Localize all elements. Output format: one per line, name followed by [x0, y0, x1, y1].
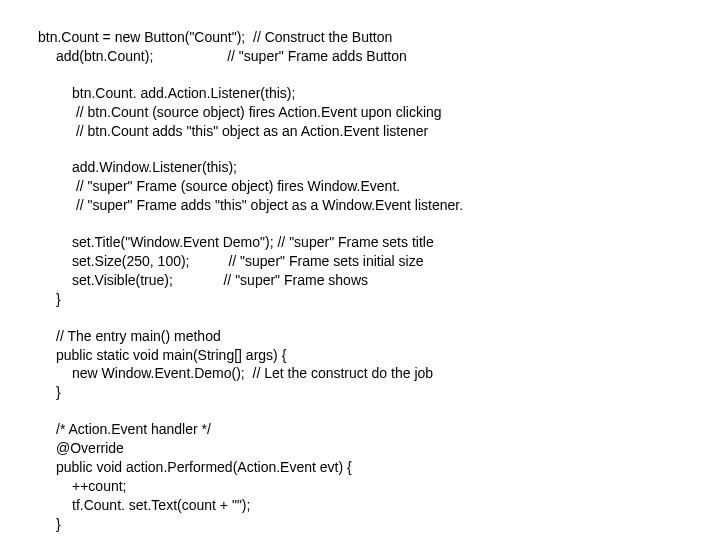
code-page: btn.Count = new Button("Count"); // Cons… [0, 0, 720, 534]
code-line: tf.Count. set.Text(count + ""); [38, 496, 720, 515]
code-line: new Window.Event.Demo(); // Let the cons… [38, 364, 720, 383]
code-line: ++count; [38, 477, 720, 496]
code-line: /* Action.Event handler */ [38, 420, 720, 439]
blank-line [38, 140, 720, 158]
blank-line [38, 215, 720, 233]
code-line: public void action.Performed(Action.Even… [38, 458, 720, 477]
code-line: set.Size(250, 100); // "super" Frame set… [38, 252, 720, 271]
blank-line [38, 66, 720, 84]
code-line: @Override [38, 439, 720, 458]
code-line: add(btn.Count); // "super" Frame adds Bu… [38, 47, 720, 66]
code-line: } [38, 515, 720, 534]
code-line: btn.Count. add.Action.Listener(this); [38, 84, 720, 103]
code-line: // "super" Frame adds "this" object as a… [38, 196, 720, 215]
code-line: } [38, 290, 720, 309]
code-line: // btn.Count (source object) fires Actio… [38, 103, 720, 122]
code-line: public static void main(String[] args) { [38, 346, 720, 365]
code-line: set.Title("Window.Event Demo"); // "supe… [38, 233, 720, 252]
blank-line [38, 402, 720, 420]
code-line: } [38, 383, 720, 402]
code-line: set.Visible(true); // "super" Frame show… [38, 271, 720, 290]
blank-line [38, 309, 720, 327]
code-line: // "super" Frame (source object) fires W… [38, 177, 720, 196]
code-line: add.Window.Listener(this); [38, 158, 720, 177]
code-line: // btn.Count adds "this" object as an Ac… [38, 122, 720, 141]
code-line: // The entry main() method [38, 327, 720, 346]
code-line: btn.Count = new Button("Count"); // Cons… [38, 28, 720, 47]
